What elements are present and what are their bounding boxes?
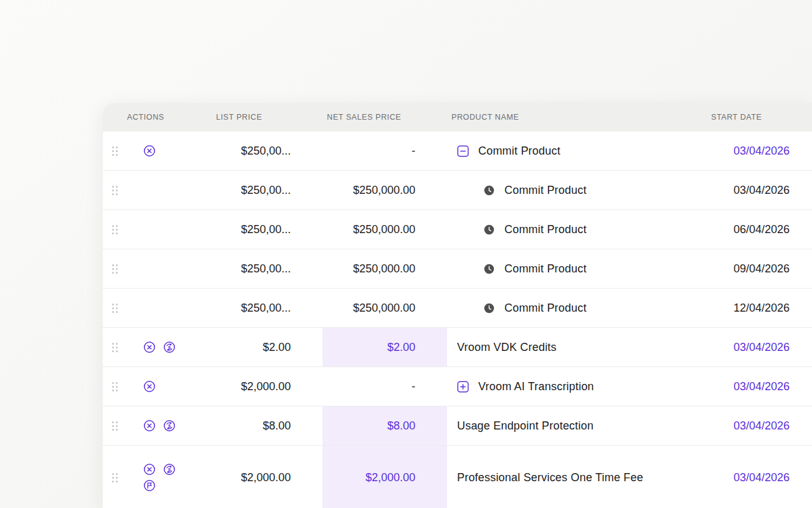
net-sales-price-cell[interactable]: $2,000.00 xyxy=(323,446,447,508)
net-sales-price-cell[interactable]: $8.00 xyxy=(323,406,447,445)
drag-handle-icon xyxy=(111,264,118,274)
net-sales-price-cell: $250,000.00 xyxy=(323,210,447,249)
drag-handle-icon xyxy=(111,421,118,431)
product-name-cell: Commit Product xyxy=(447,210,711,249)
list-price-cell: $8.00 xyxy=(191,406,323,445)
list-price-cell: $250,00... xyxy=(191,171,323,209)
list-price-cell: $2.00 xyxy=(191,328,323,367)
net-sales-price-cell[interactable]: $2.00 xyxy=(323,328,447,367)
drag-handle-icon xyxy=(111,342,118,353)
product-name: Commit Product xyxy=(504,302,587,315)
net-sales-price-cell: - xyxy=(323,367,447,406)
list-price-cell: $250,00... xyxy=(191,132,323,170)
scheduled-clock-icon xyxy=(483,263,495,275)
price-revert-dollar-icon[interactable] xyxy=(163,462,176,476)
drag-handle[interactable] xyxy=(103,446,126,508)
product-name-cell: Commit Product xyxy=(447,289,711,327)
row-actions xyxy=(126,249,191,288)
table-row: $250,00... - Commit Product 03/04/2026 xyxy=(103,132,812,171)
product-name: Commit Product xyxy=(504,184,587,197)
drag-handle-icon xyxy=(111,472,118,483)
price-revert-dollar-icon[interactable] xyxy=(163,419,176,433)
start-date-cell: 09/04/2026 xyxy=(711,249,812,288)
drag-handle-icon xyxy=(111,185,118,196)
column-header-net-sales-price: NET SALES PRICE xyxy=(323,113,447,122)
product-name: Commit Product xyxy=(504,262,587,276)
product-name-cell: Commit Product xyxy=(447,171,711,209)
row-actions xyxy=(126,406,191,445)
collapse-row-icon[interactable] xyxy=(457,145,469,157)
start-date-cell: 12/04/2026 xyxy=(711,289,812,327)
start-date-cell[interactable]: 03/04/2026 xyxy=(711,328,812,367)
product-name: Vroom AI Transcription xyxy=(478,380,594,393)
drag-handle[interactable] xyxy=(103,132,126,170)
flag-icon[interactable] xyxy=(143,479,156,492)
product-name-cell: Commit Product xyxy=(447,249,711,288)
drag-handle-icon xyxy=(111,381,118,392)
product-name-cell: Vroom AI Transcription xyxy=(447,367,711,406)
product-name: Vroom VDK Credits xyxy=(457,341,557,354)
quote-pricing-table: ACTIONS LIST PRICE NET SALES PRICE PRODU… xyxy=(103,103,812,508)
list-price-cell: $250,00... xyxy=(191,249,323,288)
row-actions xyxy=(126,171,191,209)
start-date-cell[interactable]: 03/04/2026 xyxy=(711,367,812,406)
product-name: Usage Endpoint Protection xyxy=(457,419,593,433)
product-name-cell: Vroom VDK Credits xyxy=(447,328,711,367)
table-row: $2,000.00 - Vroom AI Transcription 03/04… xyxy=(103,367,812,406)
column-header-start-date: START DATE xyxy=(711,113,812,122)
start-date-cell: 03/04/2026 xyxy=(711,171,812,209)
list-price-cell: $250,00... xyxy=(191,210,323,249)
drag-handle[interactable] xyxy=(103,249,126,288)
table-row: $250,00... $250,000.00 Commit Product 03… xyxy=(103,171,812,210)
product-name: Professional Services One Time Fee xyxy=(457,471,643,484)
product-name: Commit Product xyxy=(478,145,560,158)
start-date-cell: 06/04/2026 xyxy=(711,210,812,249)
remove-icon[interactable] xyxy=(143,144,156,158)
remove-icon[interactable] xyxy=(143,419,156,433)
expand-row-icon[interactable] xyxy=(457,381,469,393)
product-name-cell: Usage Endpoint Protection xyxy=(447,406,711,445)
remove-icon[interactable] xyxy=(143,462,156,476)
row-actions xyxy=(126,289,191,327)
row-actions xyxy=(126,328,191,367)
price-revert-dollar-icon[interactable] xyxy=(163,340,176,354)
start-date-cell[interactable]: 03/04/2026 xyxy=(711,132,812,170)
column-header-list-price: LIST PRICE xyxy=(191,113,323,122)
row-actions xyxy=(126,132,191,170)
scheduled-clock-icon xyxy=(483,302,495,314)
drag-handle[interactable] xyxy=(103,171,126,209)
drag-handle[interactable] xyxy=(103,367,126,406)
remove-icon[interactable] xyxy=(143,340,156,354)
drag-handle-icon xyxy=(111,303,118,314)
row-actions xyxy=(126,446,191,508)
list-price-cell: $2,000.00 xyxy=(191,367,323,406)
column-header-actions: ACTIONS xyxy=(126,113,191,122)
table-header: ACTIONS LIST PRICE NET SALES PRICE PRODU… xyxy=(103,103,812,132)
drag-handle-icon xyxy=(111,224,118,235)
remove-icon[interactable] xyxy=(143,380,156,393)
product-name: Commit Product xyxy=(504,223,587,236)
product-name-cell: Professional Services One Time Fee xyxy=(447,446,711,508)
net-sales-price-cell: $250,000.00 xyxy=(323,171,447,209)
list-price-cell: $250,00... xyxy=(191,289,323,327)
column-header-product-name: PRODUCT NAME xyxy=(447,113,711,122)
net-sales-price-cell: $250,000.00 xyxy=(323,249,447,288)
start-date-cell[interactable]: 03/04/2026 xyxy=(711,406,812,445)
table-row: $250,00... $250,000.00 Commit Product 06… xyxy=(103,210,812,249)
table-row: $250,00... $250,000.00 Commit Product 12… xyxy=(103,289,812,328)
scheduled-clock-icon xyxy=(483,224,495,236)
drag-handle-icon xyxy=(111,146,118,156)
drag-handle[interactable] xyxy=(103,406,126,445)
start-date-cell[interactable]: 03/04/2026 xyxy=(711,446,812,508)
drag-handle[interactable] xyxy=(103,289,126,327)
net-sales-price-cell: - xyxy=(323,132,447,170)
product-name-cell: Commit Product xyxy=(447,132,711,170)
table-row: $2.00 $2.00 Vroom VDK Credits 03/04/2026 xyxy=(103,328,812,367)
drag-handle[interactable] xyxy=(103,210,126,249)
table-row: $8.00 $8.00 Usage Endpoint Protection 03… xyxy=(103,406,812,446)
table-row: $2,000.00 $2,000.00 Professional Service… xyxy=(103,446,812,508)
drag-handle[interactable] xyxy=(103,328,126,367)
row-actions xyxy=(126,367,191,406)
table-row: $250,00... $250,000.00 Commit Product 09… xyxy=(103,249,812,289)
net-sales-price-cell: $250,000.00 xyxy=(323,289,447,327)
